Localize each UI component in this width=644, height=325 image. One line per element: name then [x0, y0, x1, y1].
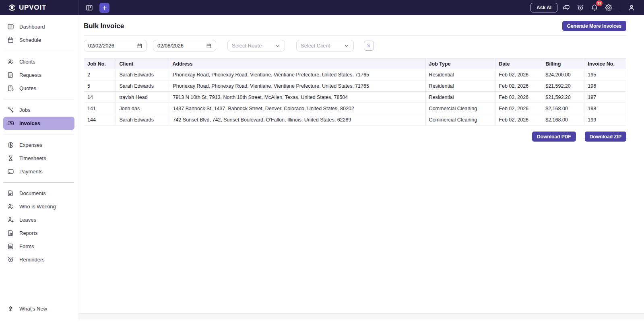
sidebar-item-reminders[interactable]: Reminders: [3, 253, 74, 266]
sidebar-item-clients[interactable]: Clients: [3, 55, 74, 68]
sidebar-item-schedule[interactable]: Schedule: [3, 33, 74, 47]
sidebar-item-label: What's New: [19, 306, 47, 312]
cell-billing: $2,168.00: [542, 103, 584, 114]
calendar-icon: [206, 43, 212, 49]
column-header-invoice-no: Invoice No.: [584, 59, 626, 69]
sidebar-item-jobs[interactable]: Jobs: [3, 103, 74, 117]
cell-invoice-no: 199: [584, 114, 626, 125]
banknote-icon: [7, 120, 14, 127]
cell-address: Phonexay Road, Phonexay Road, Vientiane,…: [169, 80, 425, 92]
calendar-icon: [137, 43, 142, 49]
sidebar-item-label: Invoices: [19, 120, 40, 126]
cell-client: Sarah Edwards: [116, 69, 169, 80]
table-row[interactable]: 14travish Head7913 N 10th St, 7913, Nort…: [84, 92, 626, 103]
generate-more-invoices-button[interactable]: Generate More Invoices: [562, 21, 626, 31]
table-row[interactable]: 141Jonh das1437 Bannock St, 1437, Bannoc…: [84, 103, 626, 114]
sidebar-item-leaves[interactable]: Leaves: [3, 213, 74, 226]
route-select[interactable]: Select Route: [227, 40, 285, 51]
chevron-down-icon: [275, 43, 281, 49]
hourglass-icon: [7, 155, 14, 162]
sidebar-item-expenses[interactable]: Expenses: [3, 138, 74, 152]
topbar-right-separator: [620, 3, 620, 12]
sidebar-item-payments[interactable]: Payments: [3, 165, 74, 178]
table-row[interactable]: 144Sarah Edwards742 Sunset Blvd, 742, Su…: [84, 114, 626, 125]
column-header-job-no: Job No.: [84, 59, 116, 69]
sidebar-item-label: Dashboard: [19, 24, 45, 30]
cell-job-type: Residential: [425, 69, 495, 80]
upvoit-logo-icon: [8, 4, 16, 12]
download-zip-button[interactable]: Download ZIP: [585, 132, 626, 142]
file-chart-icon: [7, 230, 14, 237]
sidebar-divider: [4, 182, 74, 183]
sidebar-item-label: Quotes: [19, 85, 36, 91]
ask-ai-button[interactable]: Ask AI: [530, 3, 557, 12]
sidebar-item-timesheets[interactable]: Timesheets: [3, 152, 74, 165]
cell-job-no: 14: [84, 92, 116, 103]
sidebar-item-who-is-working[interactable]: Who is Working: [3, 200, 74, 213]
cell-date: Feb 02, 2026: [495, 103, 542, 114]
sidebar-item-label: Schedule: [19, 37, 41, 43]
cell-client: Sarah Edwards: [116, 80, 169, 92]
settings-gear-icon[interactable]: [603, 2, 614, 13]
alarm-plus-icon[interactable]: [575, 2, 586, 13]
cell-job-no: 5: [84, 80, 116, 92]
sidebar-item-what-s-new[interactable]: What's New: [3, 302, 74, 315]
client-select[interactable]: Select Client: [296, 40, 354, 51]
cell-address: Phonexay Road, Phonexay Road, Vientiane,…: [169, 69, 425, 80]
sidebar-item-label: Reports: [19, 230, 38, 236]
date-to-input[interactable]: 02/08/2026: [153, 40, 216, 51]
users-icon: [7, 58, 14, 66]
sidebar-item-label: Payments: [19, 169, 43, 175]
clear-filters-button[interactable]: [364, 41, 374, 51]
column-header-client: Client: [116, 59, 169, 69]
column-header-date: Date: [495, 59, 542, 69]
sidebar-item-documents[interactable]: Documents: [3, 187, 74, 200]
table-row[interactable]: 2Sarah EdwardsPhonexay Road, Phonexay Ro…: [84, 69, 626, 80]
sidebar-item-reports[interactable]: Reports: [3, 226, 74, 240]
sidebar-divider: [4, 51, 74, 51]
cell-client: Sarah Edwards: [116, 114, 169, 125]
sidebar-item-forms[interactable]: Forms: [3, 240, 74, 253]
date-from-input[interactable]: 02/02/2026: [84, 40, 147, 51]
sidebar-item-label: Documents: [19, 190, 46, 196]
invoices-table: Job No.ClientAddressJob TypeDateBillingI…: [84, 58, 626, 125]
cell-address: 1437 Bannock St, 1437, Bannock Street, D…: [169, 103, 425, 114]
download-pdf-button[interactable]: Download PDF: [532, 132, 576, 142]
quick-add-button[interactable]: [99, 3, 109, 13]
dollar-circle-icon: [7, 142, 14, 149]
cell-invoice-no: 196: [584, 80, 626, 92]
sidebar-divider: [4, 134, 74, 134]
cell-job-no: 141: [84, 103, 116, 114]
notification-count-badge: 12: [596, 0, 603, 6]
cell-job-no: 144: [84, 114, 116, 125]
topbar: UPVOIT Ask AI 12: [0, 0, 644, 15]
cell-client: travish Head: [116, 92, 169, 103]
tools-icon: [7, 107, 14, 114]
table-row[interactable]: 5Sarah EdwardsPhonexay Road, Phonexay Ro…: [84, 80, 626, 92]
credit-card-icon: [7, 168, 14, 175]
cell-invoice-no: 197: [584, 92, 626, 103]
sidebar-item-quotes[interactable]: Quotes: [3, 82, 74, 95]
cell-date: Feb 02, 2026: [495, 80, 542, 92]
sidebar-toggle-button[interactable]: [84, 2, 95, 13]
sidebar-item-requests[interactable]: Requests: [3, 68, 74, 82]
sidebar-item-label: Clients: [19, 59, 35, 65]
form-icon: [7, 243, 14, 250]
header-divider: [84, 35, 626, 36]
user-arrow-icon: [7, 216, 14, 224]
calendar-icon: [7, 37, 14, 44]
user-profile-icon[interactable]: [626, 2, 637, 13]
sidebar-item-label: Requests: [19, 72, 41, 78]
filter-bar: 02/02/2026 02/08/2026 Select Route Selec…: [84, 40, 626, 51]
horizontal-scrollbar-track[interactable]: [78, 313, 644, 319]
cell-job-type: Commercial Cleaning: [425, 103, 495, 114]
sidebar-item-dashboard[interactable]: Dashboard: [3, 20, 74, 33]
cell-invoice-no: 198: [584, 103, 626, 114]
sidebar-item-invoices[interactable]: Invoices: [3, 117, 74, 130]
chevron-down-icon: [344, 43, 349, 49]
chat-icon[interactable]: [561, 2, 572, 13]
file-text-icon: [7, 190, 14, 197]
sidebar-item-label: Jobs: [19, 107, 30, 113]
dashboard-icon: [7, 23, 14, 31]
cell-billing: $21,592.20: [542, 92, 584, 103]
